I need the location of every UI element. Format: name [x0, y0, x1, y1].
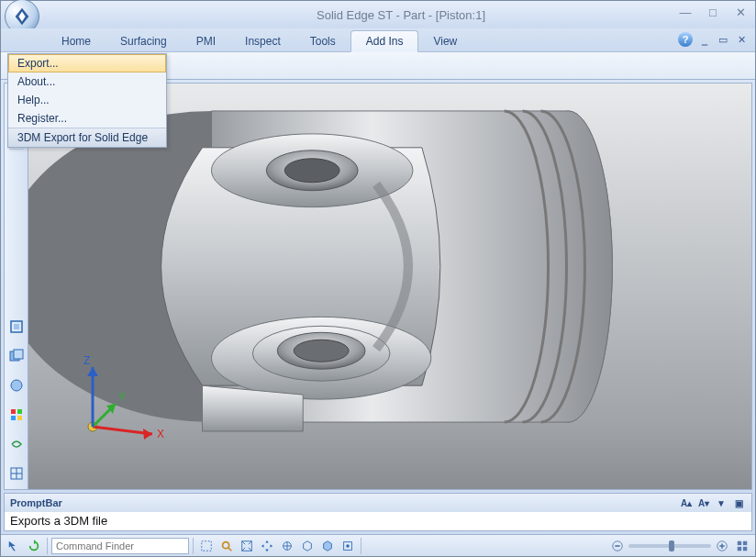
help-icon[interactable]: ? [678, 32, 693, 47]
svg-rect-40 [738, 540, 741, 544]
svg-rect-42 [738, 546, 741, 550]
axis-triad: X Y Z [65, 353, 166, 454]
child-restore-button[interactable]: ▭ [717, 33, 729, 46]
svg-point-29 [223, 541, 229, 548]
sb-rotate-icon[interactable] [278, 538, 296, 554]
child-minimize-button[interactable]: ‗ [698, 33, 711, 46]
rail-icon-5[interactable] [8, 436, 25, 452]
rail-icon-1[interactable] [8, 318, 25, 335]
svg-point-15 [284, 159, 339, 183]
svg-rect-41 [743, 540, 747, 544]
svg-point-34 [346, 544, 350, 548]
menu-item-about[interactable]: About... [8, 72, 166, 91]
sb-fit-icon[interactable] [238, 538, 256, 554]
svg-point-19 [294, 340, 349, 362]
svg-rect-28 [202, 540, 212, 551]
menu-group-label: 3DM Export for Solid Edge [8, 128, 166, 147]
window-title: Solid Edge ST - Part - [Piston:1] [47, 8, 755, 22]
promptbar-pin-icon[interactable]: ▣ [731, 496, 746, 509]
sb-zoom-icon[interactable] [217, 538, 236, 554]
axis-x-label: X [157, 428, 164, 440]
svg-line-30 [228, 547, 232, 551]
maximize-button[interactable]: □ [704, 5, 722, 19]
tab-pmi[interactable]: PMI [182, 31, 230, 51]
axis-z-label: Z [83, 354, 90, 367]
svg-rect-7 [11, 416, 16, 420]
svg-rect-8 [17, 416, 22, 420]
svg-rect-5 [11, 409, 16, 414]
svg-marker-27 [34, 540, 37, 544]
sb-zoom-area-icon[interactable] [197, 538, 216, 554]
rail-icon-6[interactable] [8, 465, 25, 482]
menu-item-help[interactable]: Help... [8, 91, 166, 109]
axis-y-label: Y [118, 391, 126, 404]
sb-zoom-in-icon[interactable] [713, 538, 731, 554]
tab-view[interactable]: View [418, 31, 472, 51]
sb-view-orient-icon[interactable] [298, 538, 317, 554]
svg-rect-3 [14, 350, 23, 359]
svg-marker-26 [87, 367, 98, 376]
close-button[interactable]: ✕ [731, 5, 750, 19]
svg-rect-6 [17, 409, 22, 414]
sb-views-menu-icon[interactable] [733, 538, 751, 554]
ribbon-tabs: Home Surfacing PMI Inspect Tools Add Ins… [1, 28, 755, 52]
svg-rect-43 [743, 546, 747, 550]
menu-item-export[interactable]: Export... [8, 54, 166, 72]
svg-marker-22 [143, 429, 152, 440]
svg-point-4 [11, 380, 22, 391]
sb-sketch-view-icon[interactable] [339, 538, 357, 554]
command-finder-input[interactable] [51, 538, 189, 554]
tab-addins[interactable]: Add Ins [350, 30, 419, 52]
sb-view-style-icon[interactable] [318, 538, 337, 554]
promptbar-font-increase-icon[interactable]: A▴ [679, 496, 694, 509]
sb-zoom-out-icon[interactable] [608, 538, 627, 554]
tab-home[interactable]: Home [47, 31, 106, 51]
rail-icon-3[interactable] [8, 377, 25, 394]
tab-surfacing[interactable]: Surfacing [106, 31, 182, 51]
rail-icon-2[interactable] [8, 348, 25, 364]
promptbar-title: PromptBar [10, 497, 62, 508]
promptbar-text: Exports a 3DM file [5, 512, 751, 530]
zoom-slider[interactable] [628, 544, 711, 548]
child-close-button[interactable]: ✕ [735, 33, 748, 46]
addin-dropdown-menu: Export... About... Help... Register... 3… [7, 53, 167, 148]
status-bar [1, 534, 755, 556]
promptbar-font-decrease-icon[interactable]: A▾ [696, 496, 711, 509]
tab-inspect[interactable]: Inspect [230, 31, 295, 51]
promptbar-dropdown-icon[interactable]: ▼ [714, 496, 728, 509]
sb-arrow-icon[interactable] [5, 538, 23, 554]
rail-icon-4[interactable] [8, 407, 25, 423]
menu-item-register[interactable]: Register... [8, 109, 166, 128]
tab-tools[interactable]: Tools [295, 31, 350, 51]
minimize-button[interactable]: — [676, 5, 695, 19]
sb-refresh-icon[interactable] [25, 538, 43, 554]
sb-pan-icon[interactable] [258, 538, 276, 554]
svg-rect-1 [14, 324, 19, 329]
